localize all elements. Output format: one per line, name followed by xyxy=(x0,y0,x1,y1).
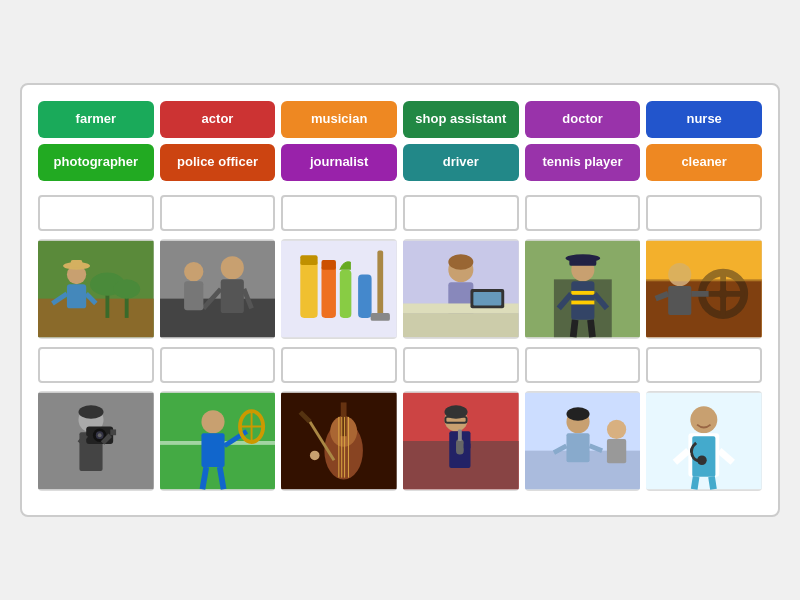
svg-point-106 xyxy=(607,420,626,439)
drop-row-2 xyxy=(38,347,762,383)
svg-rect-24 xyxy=(322,260,336,270)
word-btn-cleaner[interactable]: cleaner xyxy=(646,144,762,181)
image-cell-img-cleaner xyxy=(281,239,397,339)
word-btn-driver[interactable]: driver xyxy=(403,144,519,181)
word-btn-doctor[interactable]: doctor xyxy=(525,101,641,138)
svg-line-48 xyxy=(590,320,592,337)
svg-rect-105 xyxy=(566,433,589,462)
image-cell-img-photographer xyxy=(38,391,154,491)
drop-box-9[interactable] xyxy=(281,347,397,383)
svg-point-73 xyxy=(201,410,224,433)
svg-point-11 xyxy=(113,279,140,298)
svg-point-111 xyxy=(691,406,718,433)
svg-rect-36 xyxy=(473,292,501,305)
svg-rect-25 xyxy=(340,270,352,318)
drop-box-3[interactable] xyxy=(281,195,397,231)
image-cell-img-driver xyxy=(646,239,762,339)
svg-point-90 xyxy=(310,451,320,461)
image-cell-img-musician xyxy=(281,391,397,491)
svg-rect-3 xyxy=(67,284,86,308)
svg-rect-34 xyxy=(403,313,519,337)
svg-rect-27 xyxy=(378,250,384,317)
svg-rect-98 xyxy=(456,439,464,454)
word-btn-nurse[interactable]: nurse xyxy=(646,101,762,138)
word-btn-police-officer[interactable]: police officer xyxy=(160,144,276,181)
drop-box-6[interactable] xyxy=(646,195,762,231)
svg-point-104 xyxy=(566,407,589,420)
svg-line-79 xyxy=(202,467,206,489)
drop-box-2[interactable] xyxy=(160,195,276,231)
svg-rect-43 xyxy=(571,291,594,295)
word-btn-farmer[interactable]: farmer xyxy=(38,101,154,138)
word-btn-musician[interactable]: musician xyxy=(281,101,397,138)
drop-box-12[interactable] xyxy=(646,347,762,383)
image-row-2 xyxy=(38,391,762,491)
word-bank: farmeractormusicianshop assistantdoctorn… xyxy=(38,101,762,181)
image-cell-img-journalist xyxy=(403,391,519,491)
drop-box-7[interactable] xyxy=(38,347,154,383)
drop-box-8[interactable] xyxy=(160,347,276,383)
svg-rect-19 xyxy=(184,281,203,310)
svg-point-114 xyxy=(697,455,707,465)
image-cell-img-nurse-shop xyxy=(525,391,641,491)
svg-rect-68 xyxy=(110,429,116,435)
svg-rect-23 xyxy=(322,265,336,318)
main-container: farmeractormusicianshop assistantdoctorn… xyxy=(20,83,780,517)
svg-point-31 xyxy=(448,254,473,269)
drop-row-1 xyxy=(38,195,762,231)
image-cell-img-farmer xyxy=(38,239,154,339)
image-cell-img-shop xyxy=(403,239,519,339)
image-cell-img-actor xyxy=(160,239,276,339)
svg-rect-13 xyxy=(160,299,276,338)
drop-box-11[interactable] xyxy=(525,347,641,383)
svg-rect-56 xyxy=(668,286,691,315)
svg-point-42 xyxy=(565,254,600,262)
drop-box-4[interactable] xyxy=(403,195,519,231)
image-cell-img-police xyxy=(525,239,641,339)
word-btn-shop-assistant[interactable]: shop assistant xyxy=(403,101,519,138)
svg-rect-7 xyxy=(71,260,83,268)
svg-point-14 xyxy=(220,256,243,279)
drop-box-10[interactable] xyxy=(403,347,519,383)
svg-rect-22 xyxy=(301,255,318,265)
word-btn-tennis-player[interactable]: tennis player xyxy=(525,144,641,181)
drop-box-5[interactable] xyxy=(525,195,641,231)
svg-point-62 xyxy=(78,405,103,418)
image-row-1 xyxy=(38,239,762,339)
svg-point-67 xyxy=(98,433,102,437)
word-btn-photographer[interactable]: photographer xyxy=(38,144,154,181)
image-cell-img-tennis xyxy=(160,391,276,491)
svg-rect-21 xyxy=(301,260,318,318)
svg-rect-99 xyxy=(458,429,462,441)
svg-line-118 xyxy=(712,477,714,490)
svg-rect-107 xyxy=(607,439,626,463)
word-btn-journalist[interactable]: journalist xyxy=(281,144,397,181)
word-btn-actor[interactable]: actor xyxy=(160,101,276,138)
svg-rect-28 xyxy=(371,313,390,321)
svg-rect-59 xyxy=(646,241,762,281)
image-cell-img-doctor xyxy=(646,391,762,491)
svg-rect-44 xyxy=(571,300,594,304)
svg-line-80 xyxy=(219,467,223,489)
svg-rect-26 xyxy=(358,274,371,317)
svg-rect-74 xyxy=(201,433,224,467)
drop-box-1[interactable] xyxy=(38,195,154,231)
svg-point-18 xyxy=(184,262,203,281)
svg-line-47 xyxy=(573,320,575,337)
svg-line-117 xyxy=(695,477,697,490)
svg-rect-15 xyxy=(220,279,243,313)
